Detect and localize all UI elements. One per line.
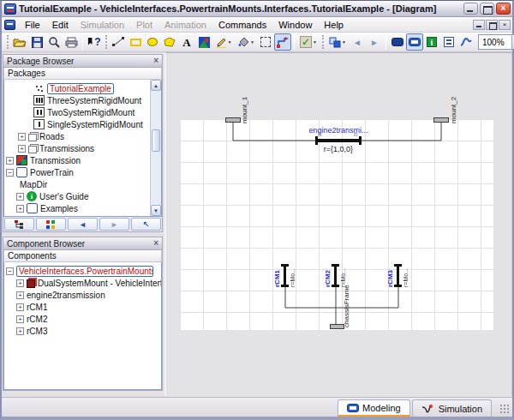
translate-button[interactable]: ▼ (326, 33, 349, 51)
polygon-tool-button[interactable] (161, 33, 178, 51)
modelica-text-button[interactable] (440, 33, 457, 51)
components-column-header[interactable]: Components (3, 250, 162, 262)
toggle-grid-button[interactable] (257, 33, 274, 51)
fill-color-button[interactable]: ▼ (235, 33, 257, 51)
expander-icon[interactable]: + (6, 157, 14, 165)
tree-item-transmission[interactable]: + Transmission (6, 154, 149, 166)
back-button[interactable]: ◄ (349, 33, 366, 51)
expander-icon[interactable]: + (18, 133, 26, 141)
show-components-button[interactable] (36, 218, 66, 231)
expander-icon[interactable]: + (16, 291, 24, 299)
context-help-button[interactable]: ? (86, 33, 103, 51)
tree-item-dualsystemmount[interactable]: + DualSystemMount - VehicleInterfaces...… (6, 277, 159, 289)
expander-icon[interactable]: + (16, 315, 24, 323)
engine2transmission-port-b[interactable] (359, 136, 362, 145)
line-tool-button[interactable] (110, 33, 127, 51)
forward-button[interactable]: ► (366, 33, 383, 51)
menu-edit[interactable]: Edit (46, 18, 75, 32)
tree-item-singlesystemrigidmount[interactable]: SingleSystemRigidMount (6, 118, 149, 130)
text-tool-button[interactable]: A (178, 33, 195, 51)
connect-mode-button[interactable] (274, 33, 291, 51)
print-button[interactable] (63, 33, 80, 51)
ellipse-tool-button[interactable] (144, 33, 161, 51)
tree-item-transmissions[interactable]: + Transmissions (6, 142, 149, 154)
component-rcm3[interactable] (397, 267, 399, 285)
tab-simulation[interactable]: Simulation (412, 399, 492, 417)
help-question-icon: ? (94, 37, 100, 47)
tree-item-root-class[interactable]: − VehicleInterfaces.PowertrainMounts.Int… (6, 265, 159, 277)
component-mount2[interactable] (433, 117, 449, 123)
scroll-down-icon[interactable]: ▼ (151, 205, 161, 216)
toolbar-grip[interactable] (7, 35, 9, 49)
scrollbar-thumb[interactable] (152, 129, 160, 152)
tree-item-rcm3[interactable]: + rCM3 (6, 325, 159, 337)
bitmap-tool-button[interactable] (195, 33, 212, 51)
zoom-level-combobox[interactable]: 100% ▼ (478, 34, 514, 50)
toolbar-grip[interactable] (322, 35, 324, 49)
zoom-button[interactable] (45, 33, 63, 51)
diagram-view-button[interactable] (406, 33, 423, 51)
resize-grip[interactable] (499, 404, 510, 414)
component-rcm2[interactable] (334, 267, 337, 285)
rectangle-tool-button[interactable] (127, 33, 144, 51)
packages-column-header[interactable]: Packages (3, 68, 162, 80)
expander-icon[interactable]: + (16, 205, 24, 213)
tab-modeling[interactable]: Modeling (338, 399, 410, 417)
mdi-close-button[interactable]: × (499, 20, 511, 30)
tree-item-label: Roads (39, 132, 64, 141)
expander-icon[interactable]: + (16, 327, 24, 335)
scroll-up-icon[interactable]: ▲ (151, 80, 161, 91)
package-tree-scrollbar[interactable]: ▲ ▼ (150, 80, 161, 216)
tree-item-mapdir[interactable]: MapDir (6, 178, 149, 190)
tree-item-rcm1[interactable]: + rCM1 (6, 301, 159, 313)
mdi-minimize-button[interactable] (473, 20, 485, 30)
menu-help[interactable]: Help (318, 18, 350, 32)
save-button[interactable] (28, 33, 45, 51)
visualize-button[interactable] (457, 33, 475, 51)
tree-item-roads[interactable]: + Roads (6, 130, 149, 142)
component-tree: − VehicleInterfaces.PowertrainMounts.Int… (3, 262, 162, 390)
nav-back-button[interactable]: ◄ (68, 218, 98, 231)
tree-item-tutorialexample[interactable]: TutorialExample (6, 82, 149, 94)
component-mount1[interactable] (225, 117, 241, 123)
diagram-canvas[interactable]: mount_1 mount_2 engine2transmi... a b r=… (164, 52, 512, 396)
expander-icon[interactable]: − (6, 267, 14, 275)
expander-icon[interactable]: − (6, 169, 14, 177)
expander-icon[interactable]: + (16, 303, 24, 311)
panel-close-icon[interactable]: × (153, 57, 158, 65)
menu-window[interactable]: Window (272, 18, 318, 32)
rcm1-port-bottom[interactable] (281, 285, 289, 287)
toolbar-grip[interactable] (105, 35, 107, 49)
nav-forward-button[interactable]: ► (99, 218, 129, 231)
tree-item-threesystemrigidmount[interactable]: ThreeSystemRigidMount (6, 94, 149, 106)
tree-item-users-guide[interactable]: + i User's Guide (6, 190, 149, 202)
tree-item-rcm2[interactable]: + rCM2 (6, 313, 159, 325)
nav-parent-button[interactable]: ↖ (131, 218, 161, 231)
tree-item-powertrain[interactable]: − PowerTrain (6, 166, 149, 178)
close-button[interactable]: × (496, 3, 511, 15)
component-engine2transmission[interactable] (318, 139, 359, 142)
show-hierarchy-button[interactable] (4, 218, 34, 231)
tree-item-label: Transmission (30, 156, 81, 165)
expander-icon[interactable]: + (18, 145, 26, 153)
icon-view-button[interactable] (389, 33, 406, 51)
tree-item-engine2transmission[interactable]: + engine2transmission (6, 289, 159, 301)
maximize-button[interactable] (480, 3, 494, 15)
expander-icon[interactable]: + (16, 193, 24, 201)
tree-item-twosystemrigidmount[interactable]: TwoSystemRigidMount (6, 106, 149, 118)
menu-file[interactable]: File (19, 18, 46, 32)
check-model-button[interactable]: ✓ ▼ (297, 33, 320, 51)
document-icon[interactable] (4, 20, 15, 30)
line-color-button[interactable]: ▼ (212, 33, 235, 51)
panel-close-icon[interactable]: × (153, 239, 158, 248)
tree-item-examples[interactable]: + Examples (6, 202, 149, 214)
minimize-button[interactable] (463, 3, 478, 15)
rcm2-port-bottom[interactable] (332, 285, 339, 287)
open-button[interactable] (11, 33, 28, 51)
rcm3-port-bottom[interactable] (394, 285, 402, 287)
component-rcm1[interactable] (284, 267, 286, 285)
expander-icon[interactable]: + (16, 279, 24, 287)
mdi-restore-button[interactable] (486, 20, 498, 30)
menu-commands[interactable]: Commands (212, 18, 272, 32)
documentation-button[interactable]: i (423, 33, 440, 51)
